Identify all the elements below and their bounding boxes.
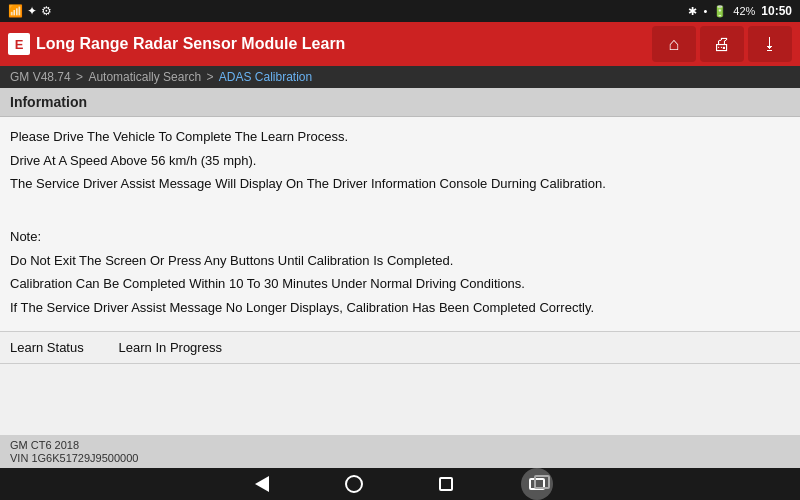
footer: GM CT6 2018 VIN 1G6K51729J9500000 — [0, 435, 800, 468]
footer-vehicle: GM CT6 2018 — [10, 439, 790, 451]
export-button[interactable]: ⭳ — [748, 26, 792, 62]
learn-status-row: Learn Status Learn In Progress — [0, 332, 800, 364]
info-line-1: Please Drive The Vehicle To Complete The… — [10, 127, 790, 147]
note-label: Note: — [10, 227, 790, 247]
info-section-header: Information — [0, 88, 800, 117]
info-header-text: Information — [10, 94, 87, 110]
info-line-2: Drive At A Speed Above 56 km/h (35 mph). — [10, 151, 790, 171]
battery-percent: 42% — [733, 5, 755, 17]
header-actions: ⌂ 🖨 ⭳ — [652, 26, 792, 62]
bluetooth-status-icon: ✱ — [688, 5, 697, 18]
bluetooth-icon: 📶 — [8, 4, 23, 18]
header-title-group: E Long Range Radar Sensor Module Learn — [8, 33, 345, 55]
back-button[interactable] — [247, 472, 277, 496]
breadcrumb-adas[interactable]: ADAS Calibration — [219, 70, 312, 84]
wifi-icon: • — [703, 5, 707, 17]
footer-vin: VIN 1G6K51729J9500000 — [10, 452, 790, 464]
app-title: Long Range Radar Sensor Module Learn — [36, 35, 345, 53]
note-line-1: Do Not Exit The Screen Or Press Any Butt… — [10, 251, 790, 271]
status-bar: 📶 ✦ ⚙ ✱ • 🔋 42% 10:50 — [0, 0, 800, 22]
info-line-blank — [10, 198, 790, 218]
signal-icon: ✦ — [27, 4, 37, 18]
breadcrumb-auto: Automatically Search — [88, 70, 201, 84]
info-section-body: Please Drive The Vehicle To Complete The… — [0, 117, 800, 332]
time-display: 10:50 — [761, 4, 792, 18]
home-button[interactable]: ⌂ — [652, 26, 696, 62]
settings-icon: ⚙ — [41, 4, 52, 18]
status-bar-right: ✱ • 🔋 42% 10:50 — [688, 4, 792, 18]
home-nav-button[interactable] — [337, 471, 371, 497]
breadcrumb-sep1: > — [76, 70, 86, 84]
screen-button[interactable] — [521, 468, 553, 500]
status-bar-left: 📶 ✦ ⚙ — [8, 4, 52, 18]
home-icon: ⌂ — [669, 34, 680, 55]
battery-icon: 🔋 — [713, 5, 727, 18]
android-nav-bar — [0, 468, 800, 500]
breadcrumb: GM V48.74 > Automatically Search > ADAS … — [0, 66, 800, 88]
print-button[interactable]: 🖨 — [700, 26, 744, 62]
learn-status-value: Learn In Progress — [119, 340, 222, 355]
screen-icon — [529, 478, 545, 490]
home-nav-icon — [345, 475, 363, 493]
back-icon — [255, 476, 269, 492]
print-icon: 🖨 — [713, 34, 731, 55]
recents-icon — [439, 477, 453, 491]
learn-status-spacer — [100, 340, 111, 355]
info-line-3: The Service Driver Assist Message Will D… — [10, 174, 790, 194]
learn-status-label: Learn Status — [10, 340, 84, 355]
note-line-3: If The Service Driver Assist Message No … — [10, 298, 790, 318]
note-line-2: Calibration Can Be Completed Within 10 T… — [10, 274, 790, 294]
breadcrumb-gm: GM V48.74 — [10, 70, 71, 84]
book-icon: E — [8, 33, 30, 55]
breadcrumb-sep2: > — [206, 70, 216, 84]
app-header: E Long Range Radar Sensor Module Learn ⌂… — [0, 22, 800, 66]
export-icon: ⭳ — [762, 35, 778, 53]
recents-button[interactable] — [431, 473, 461, 495]
